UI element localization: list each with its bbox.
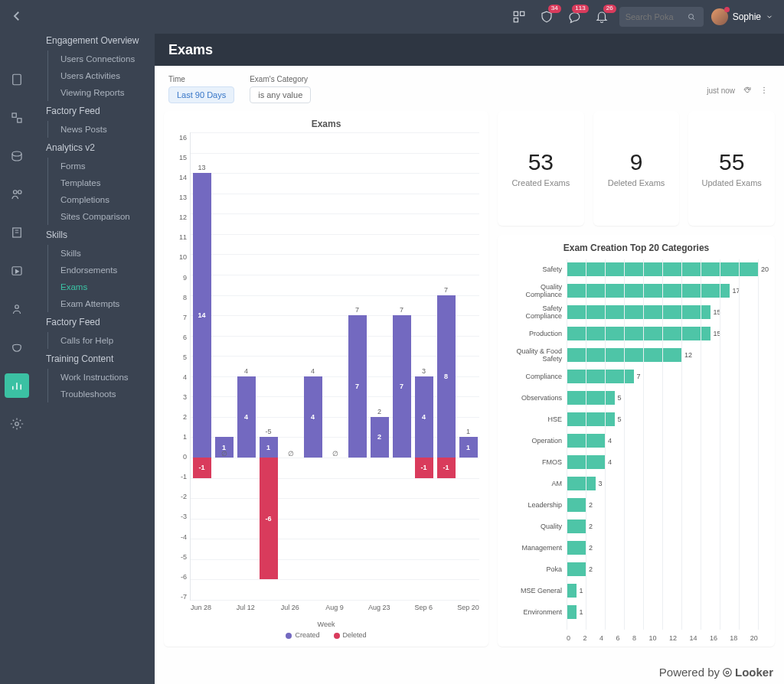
- chart-legend: Created Deleted: [173, 631, 479, 639]
- sidebar-section[interactable]: Factory Feed: [34, 101, 155, 121]
- y-axis: 161514131211109876543210-1-2-3-4-5-6-7: [173, 132, 190, 619]
- rail-item-1[interactable]: [5, 67, 29, 92]
- avatar: [711, 8, 728, 25]
- svg-point-12: [688, 15, 693, 19]
- category-bar: [567, 605, 577, 619]
- category-bar: [567, 391, 615, 405]
- back-icon[interactable]: [10, 9, 24, 26]
- svg-rect-11: [514, 18, 518, 22]
- x-axis: Jun 28Jul 12Jul 26Aug 9Aug 23Sep 6Sep 20: [190, 604, 479, 611]
- sidebar-item[interactable]: Completions: [47, 191, 155, 208]
- rail-item-2[interactable]: [5, 106, 29, 130]
- bar-column: 1∅: [213, 132, 235, 600]
- category-label: Operation: [507, 437, 567, 445]
- sidebar-section[interactable]: Analytics v2: [34, 138, 155, 158]
- category-value: 20: [761, 265, 769, 273]
- sidebar-section[interactable]: Skills: [34, 225, 155, 245]
- sidebar-item[interactable]: Skills: [47, 245, 155, 262]
- refresh-icon[interactable]: [743, 86, 752, 95]
- sidebar-item[interactable]: Users Activities: [47, 67, 155, 84]
- sidebar-section[interactable]: Engagement Overview: [34, 31, 155, 50]
- stat-label: Created Exams: [511, 178, 570, 187]
- sidebar-item[interactable]: Forms: [47, 158, 155, 174]
- sidebar-item[interactable]: Viewing Reports: [47, 84, 155, 101]
- svg-point-13: [763, 87, 765, 89]
- bar-column: 8-17: [435, 132, 457, 600]
- category-value: 5: [618, 394, 622, 402]
- stat-card: 9Deleted Exams: [593, 111, 680, 226]
- category-label: HSE: [507, 415, 567, 423]
- category-bar: [567, 412, 615, 426]
- bar-column: 14-113: [191, 132, 213, 600]
- footer-brand: Powered by ⦾ Looker: [659, 666, 773, 679]
- category-bar: [567, 305, 710, 319]
- sidebar-item[interactable]: Templates: [47, 174, 155, 191]
- stat-value: 9: [630, 149, 643, 175]
- sidebar-item[interactable]: Calls for Help: [47, 332, 155, 349]
- category-value: 1: [580, 587, 583, 594]
- sidebar-item[interactable]: Endorsements: [47, 262, 155, 278]
- sidebar-item[interactable]: News Posts: [47, 121, 155, 138]
- kebab-icon[interactable]: [760, 86, 769, 95]
- user-menu[interactable]: Sophie: [711, 8, 773, 25]
- legend-deleted: Deleted: [343, 631, 367, 639]
- search-field[interactable]: [626, 12, 687, 21]
- badge-1: 34: [548, 5, 561, 13]
- bar-column: ∅: [279, 132, 302, 600]
- stat-card: 55Updated Exams: [688, 111, 775, 226]
- category-bar: [567, 284, 730, 298]
- rail-item-6[interactable]: [5, 259, 29, 283]
- rail-item-8[interactable]: [5, 335, 29, 360]
- category-label: Management: [507, 544, 567, 552]
- sidebar-item[interactable]: Work Instructions: [47, 369, 155, 386]
- rail-item-settings[interactable]: [5, 412, 29, 436]
- categories-chart-card: Exam Creation Top 20 Categories Safety20…: [498, 235, 775, 647]
- filter-cat-label: Exam's Category: [250, 75, 311, 83]
- sidebar-item[interactable]: Exam Attempts: [47, 295, 155, 312]
- stat-value: 55: [719, 149, 744, 175]
- bar-column: 77: [346, 132, 368, 600]
- svg-point-14: [763, 90, 765, 91]
- rail-item-5[interactable]: [5, 220, 29, 245]
- category-label: MSE General: [507, 587, 567, 594]
- sidebar-section[interactable]: Factory Feed: [34, 312, 155, 332]
- bell-icon[interactable]: 26: [592, 7, 612, 27]
- category-value: 4: [608, 437, 612, 445]
- plot-area: 14-1131∅441-6-5∅44∅7722774-138-1711: [190, 132, 479, 601]
- category-value: 2: [589, 565, 593, 573]
- sidebar-section[interactable]: Training Content: [34, 349, 155, 369]
- category-label: Quality: [507, 523, 567, 530]
- qr-icon[interactable]: [509, 7, 529, 27]
- bar-column: 44: [302, 132, 324, 600]
- rail-item-7[interactable]: [5, 297, 29, 321]
- category-value: 7: [637, 373, 641, 380]
- category-label: AM: [507, 480, 567, 487]
- filter-time-value[interactable]: Last 90 Days: [168, 86, 234, 103]
- category-bar: [567, 562, 586, 576]
- exams-chart-title: Exams: [173, 119, 479, 129]
- category-label: Leadership: [507, 501, 567, 509]
- sidebar-item[interactable]: Users Connections: [47, 50, 155, 67]
- category-value: 5: [618, 415, 622, 423]
- sidebar-item[interactable]: Troubleshoots: [47, 386, 155, 402]
- rail-item-analytics[interactable]: [5, 373, 29, 398]
- search-input[interactable]: [619, 7, 704, 27]
- category-label: Quality & Food Safety: [507, 347, 567, 363]
- category-bar: [567, 498, 586, 512]
- sidebar-item[interactable]: Exams: [47, 278, 155, 295]
- filter-cat-value[interactable]: is any value: [250, 86, 311, 103]
- categories-chart-title: Exam Creation Top 20 Categories: [507, 243, 766, 253]
- category-label: Environment: [507, 608, 567, 616]
- category-value: 2: [589, 501, 593, 509]
- bar-column: 11: [457, 132, 479, 600]
- shield-icon[interactable]: 34: [537, 7, 557, 27]
- sidebar-item[interactable]: Sites Comparison: [47, 208, 155, 225]
- bar-column: ∅: [324, 132, 346, 600]
- chat-icon[interactable]: 113: [564, 7, 584, 27]
- svg-rect-10: [520, 11, 524, 15]
- category-label: Production: [507, 330, 567, 337]
- rail-item-4[interactable]: [5, 182, 29, 207]
- rail-item-3[interactable]: [5, 144, 29, 168]
- category-bar: [567, 327, 710, 340]
- category-bar: [567, 541, 586, 555]
